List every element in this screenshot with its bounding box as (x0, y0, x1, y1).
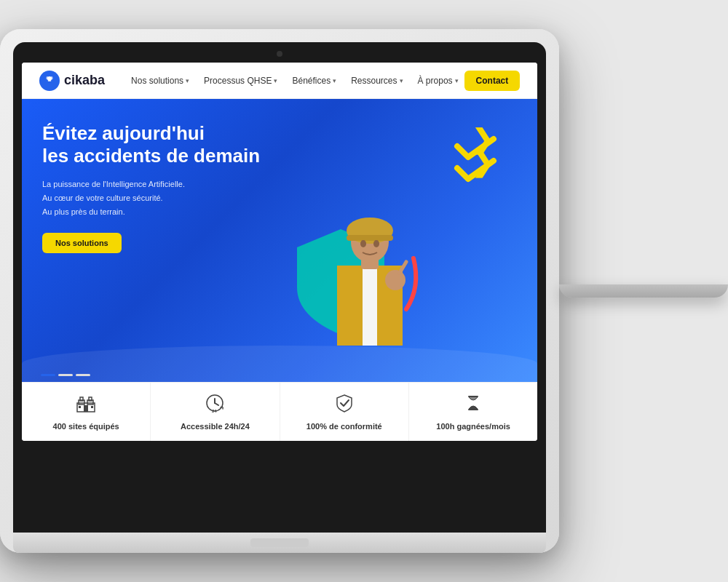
chevron-down-icon: ▾ (455, 77, 459, 84)
factory-icon (76, 393, 96, 418)
hero-subtitle: La puissance de l'Intelligence Artificie… (42, 178, 304, 218)
stat-item-conformite: 100% de conformité (280, 383, 409, 441)
website-content: cikaba Nos solutions ▾ Processus QHSE ▾ … (22, 63, 537, 441)
stat-label-access: Accessible 24h/24 (181, 422, 250, 431)
svg-rect-19 (80, 397, 83, 401)
svg-line-26 (215, 403, 218, 405)
logo-icon (39, 71, 60, 91)
svg-rect-7 (363, 266, 377, 346)
clock-icon: 24 (205, 393, 225, 418)
stat-item-access: 24 Accessible 24h/24 (151, 383, 280, 441)
laptop-bottom (559, 284, 728, 298)
hero-section: Évitez aujourd'hui les accidents de dema… (22, 99, 537, 382)
svg-text:24: 24 (212, 409, 217, 413)
logo-text: cikaba (64, 73, 105, 88)
stat-label-time: 100h gagnées/mois (436, 422, 510, 431)
nav-item-processus[interactable]: Processus QHSE ▾ (198, 73, 283, 89)
svg-rect-21 (84, 405, 88, 412)
svg-rect-28 (468, 396, 478, 397)
hourglass-icon (463, 393, 483, 418)
svg-point-12 (360, 240, 366, 247)
stat-label-conformite: 100% de conformité (306, 422, 382, 431)
chevron-down-icon: ▾ (333, 77, 336, 84)
svg-rect-23 (91, 406, 93, 408)
stat-label-sites: 400 sites équipés (53, 422, 119, 431)
hero-content: Évitez aujourd'hui les accidents de dema… (42, 122, 304, 253)
chevron-down-icon: ▾ (186, 77, 189, 84)
nav-item-ressources[interactable]: Ressources ▾ (345, 73, 408, 89)
laptop-base (13, 533, 546, 553)
camera (277, 51, 282, 57)
svg-rect-3 (48, 80, 52, 81)
indicator-inactive-1 (58, 374, 73, 376)
nav-item-apropos[interactable]: À propos ▾ (412, 73, 464, 89)
laptop-shell: cikaba Nos solutions ▾ Processus QHSE ▾ … (0, 29, 559, 553)
svg-point-13 (373, 240, 379, 247)
svg-rect-22 (79, 406, 81, 408)
stats-bar: 400 sites équipés 24 Acces (22, 382, 537, 441)
svg-rect-20 (89, 397, 92, 401)
stat-item-sites: 400 sites équipés (22, 383, 151, 441)
nav-links: Nos solutions ▾ Processus QHSE ▾ Bénéfic… (125, 73, 464, 89)
svg-point-2 (51, 76, 53, 80)
svg-rect-11 (347, 235, 393, 241)
svg-point-1 (47, 76, 49, 80)
indicator-inactive-2 (76, 374, 90, 376)
nav-item-solutions[interactable]: Nos solutions ▾ (125, 73, 195, 89)
hero-title: Évitez aujourd'hui les accidents de dema… (42, 122, 304, 167)
hero-cta-button[interactable]: Nos solutions (42, 233, 122, 253)
chevron-down-icon: ▾ (274, 77, 277, 84)
hero-person (312, 200, 428, 346)
v-checkmarks (454, 135, 497, 196)
chevron-down-icon: ▾ (400, 77, 403, 84)
navbar: cikaba Nos solutions ▾ Processus QHSE ▾ … (22, 63, 537, 99)
shield-check-icon (334, 393, 355, 418)
nav-item-benefices[interactable]: Bénéfices ▾ (286, 73, 342, 89)
screen: cikaba Nos solutions ▾ Processus QHSE ▾ … (22, 63, 537, 441)
slide-indicator (41, 374, 90, 376)
contact-button[interactable]: Contact (464, 71, 521, 91)
hero-wave (22, 346, 537, 382)
svg-rect-5 (337, 266, 363, 346)
svg-point-14 (385, 270, 405, 290)
indicator-active (41, 374, 55, 376)
screen-bezel: cikaba Nos solutions ▾ Processus QHSE ▾ … (13, 42, 546, 533)
stat-item-time: 100h gagnées/mois (409, 383, 537, 441)
svg-rect-29 (468, 409, 478, 410)
logo[interactable]: cikaba (39, 71, 105, 91)
trackpad[interactable] (250, 538, 309, 547)
